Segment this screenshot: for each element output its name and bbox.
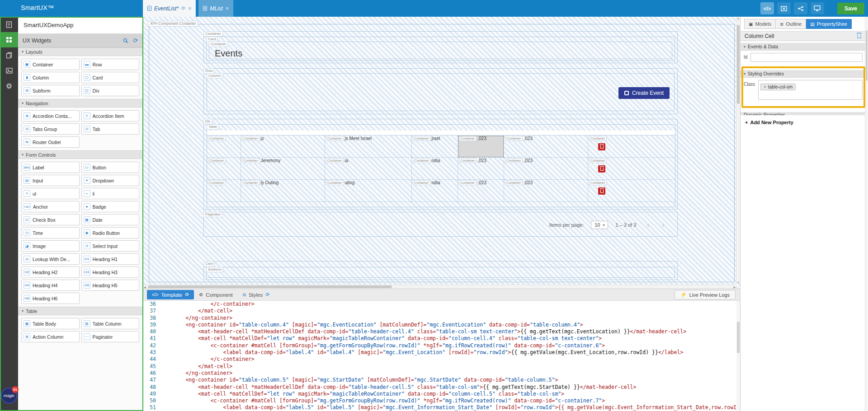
section-events-data[interactable]: ▾ Events & Data [741, 43, 865, 51]
code-line[interactable]: 49 <mat-cell *matCellDef="let row" magic… [143, 391, 740, 397]
xpa-container-tag[interactable]: XPA Component Container [148, 21, 198, 27]
container-box[interactable]: Container Events [209, 42, 672, 59]
tab-styles[interactable]: ⧉ Styles ⟳ [238, 290, 275, 299]
preview-button[interactable] [811, 2, 824, 14]
table-cell[interactable]: Container,023 [504, 180, 588, 202]
widget-item[interactable]: ● Badge [81, 201, 140, 212]
scrollbar-thumb[interactable] [148, 285, 392, 288]
column-box[interactable]: Column Create Event [207, 73, 675, 111]
table-action-cell[interactable]: Container [588, 158, 675, 180]
code-line[interactable]: 36 </c-container> [143, 301, 740, 308]
widget-item[interactable]: ▤ Input [21, 175, 80, 186]
code-line[interactable]: 37 </mat-cell> [143, 308, 740, 314]
code-line[interactable]: 48 <mat-header-cell *matHeaderCellDef da… [143, 384, 740, 391]
table-cell[interactable]: Containerjs [241, 135, 325, 158]
tab-propertysheet[interactable]: ▤ PropertyShee [806, 19, 852, 29]
search-icon[interactable] [123, 38, 128, 43]
widget-item[interactable]: ⊞ Subform [21, 85, 80, 96]
live-preview-logs-button[interactable]: ⚡ Live Preview Logs [675, 290, 736, 299]
table-cell[interactable]: Container [207, 158, 241, 180]
table-column-header[interactable] [241, 131, 325, 135]
design-canvas[interactable]: XPA Component Container Container Card C… [143, 17, 740, 289]
xpa-component-container[interactable]: Container Card Container Events Row Colu… [149, 24, 735, 282]
add-new-property-button[interactable]: +Add New Property [745, 120, 793, 125]
property-panel-scrollbar[interactable] [865, 17, 868, 411]
table-column-header[interactable] [504, 131, 588, 135]
scroll-right-icon[interactable]: ▶ [733, 285, 736, 289]
page-title[interactable]: Events [209, 42, 672, 59]
scrollbar-thumb[interactable] [866, 30, 868, 81]
code-line[interactable]: 45 </mat-cell> [143, 363, 740, 370]
remove-chip-icon[interactable]: × [764, 84, 766, 89]
scrollbar-thumb[interactable] [737, 322, 740, 353]
widget-item[interactable]: ▾ Dropdown [81, 175, 140, 186]
canvas-horizontal-scrollbar[interactable]: ◀ ▶ [143, 285, 736, 289]
delete-row-button[interactable] [598, 165, 605, 173]
div-box[interactable]: Div Table ContainerContainerjsContainerj… [203, 119, 678, 210]
table-column-header[interactable] [325, 131, 412, 135]
code-line[interactable]: 41 <mat-cell *matCellDef="let row" magic… [143, 335, 740, 342]
widget-item[interactable]: ▥ Table Column [81, 318, 140, 329]
widget-item[interactable]: H4 Heading H4 [21, 280, 80, 291]
widget-item[interactable]: ☑ Check Box [21, 214, 80, 225]
share-button[interactable] [794, 2, 807, 14]
section-styling-overrides[interactable]: ▾ Styling Overrides [741, 70, 865, 78]
subform-box[interactable]: Subform [206, 267, 675, 278]
scroll-down-icon[interactable]: ▼ [736, 281, 740, 284]
widget-section-header[interactable]: ▾ Form Controls [18, 150, 142, 159]
card-box[interactable]: Card Container Events [206, 37, 675, 61]
table-cell[interactable]: Containeria [325, 158, 412, 180]
table-cell[interactable]: Containerndia [412, 180, 458, 202]
close-icon[interactable]: × [226, 5, 229, 12]
widget-item[interactable]: ▦ Date [81, 214, 140, 225]
refresh-icon[interactable]: ⟳ [185, 292, 189, 298]
tab-eventlist[interactable]: EventList* ⟳ × [143, 0, 196, 17]
code-line[interactable]: 46 </ng-container> [143, 370, 740, 377]
paginator-box[interactable]: Paginator Items per page: 10 ▾ 1 – 3 of … [203, 212, 678, 237]
tab-template[interactable]: </> Template ⟳ [147, 290, 194, 299]
table-action-cell[interactable]: Container [588, 180, 675, 202]
table-cell[interactable]: Containerly Outing [241, 180, 325, 202]
table-cell[interactable]: Containerndia [412, 158, 458, 180]
widget-item[interactable]: ⋯ Paginator [81, 331, 140, 342]
table-cell[interactable]: Container,023 [458, 180, 504, 202]
page-size-select[interactable]: 10 ▾ [591, 221, 608, 229]
tab-outline[interactable]: ≣ Outline [776, 19, 806, 29]
code-line[interactable]: 42 <c-container #matCell [formGroup]="mg… [143, 342, 740, 349]
widget-item[interactable]: abc Label [21, 162, 80, 173]
refresh-icon[interactable]: ⟳ [181, 5, 185, 11]
previous-page-button[interactable]: ‹ [647, 222, 649, 228]
code-line[interactable]: 43 <label data-comp-id="label.4" id="lab… [143, 349, 740, 356]
copy-nav-icon[interactable] [0, 47, 18, 63]
widget-item[interactable]: ◎ Lookup With De... [21, 253, 80, 265]
refresh-icon[interactable]: ⟳ [265, 292, 269, 298]
delete-element-icon[interactable] [857, 34, 861, 38]
widget-item[interactable]: ◫ Div [81, 85, 140, 96]
table-cell[interactable]: Containeruting [325, 180, 412, 202]
widget-item[interactable]: ≡ Accordion Item [81, 110, 140, 121]
widget-item[interactable]: H1 Heading H1 [81, 253, 140, 265]
widget-item[interactable]: ⇆ Router Outlet [21, 136, 80, 148]
delete-row-button[interactable] [598, 143, 605, 150]
tab-component[interactable]: ⚙ Component [194, 290, 237, 299]
code-line[interactable]: 44 </c-container> [143, 356, 740, 363]
tab-models[interactable]: ▣ Models [744, 19, 776, 29]
table-cell[interactable]: Container,023 [458, 158, 504, 180]
widget-item[interactable]: ⊟ Tabs Group [21, 123, 80, 135]
widget-item[interactable]: H5 Heading H5 [81, 280, 140, 291]
canvas-vertical-scrollbar[interactable]: ▲ ▼ [736, 17, 740, 285]
widget-section-header[interactable]: ▾ Layouts [18, 47, 142, 56]
widget-item[interactable]: ▮ Column [21, 72, 80, 83]
table-cell[interactable]: ContainerJeremony [241, 158, 325, 180]
card-box[interactable]: Card Subform [203, 261, 678, 280]
class-chip[interactable]: × table-col-sm [760, 84, 796, 90]
close-icon[interactable]: × [188, 5, 191, 12]
tab-mlist[interactable]: MList × [198, 0, 233, 17]
widget-section-header[interactable]: ▾ Table [18, 307, 142, 315]
widget-item[interactable]: ≡ ul [21, 188, 80, 199]
id-input[interactable] [750, 53, 863, 62]
section-partially-hidden[interactable]: Dynamic Properties [741, 112, 865, 115]
class-chip-input[interactable]: × table-col-sm [758, 80, 863, 100]
magic-logo[interactable]: magic 31 [1, 388, 17, 404]
widget-item[interactable]: ⊙ Select Input [81, 240, 140, 252]
